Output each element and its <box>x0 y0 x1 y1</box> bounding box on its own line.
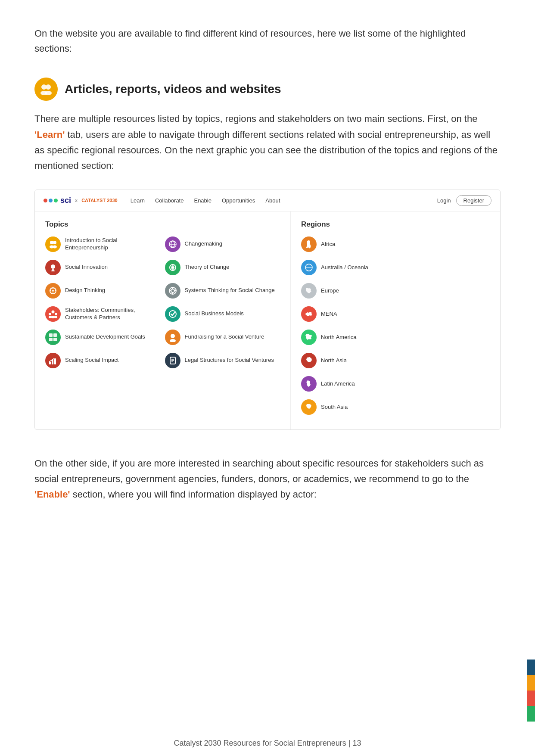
svg-point-38 <box>171 289 174 292</box>
topic-item[interactable]: Scaling Social Impact <box>45 351 161 370</box>
svg-point-17 <box>52 310 55 313</box>
topic-icon-social-innovation <box>45 260 61 275</box>
svg-point-36 <box>171 266 174 268</box>
svg-point-19 <box>55 313 57 315</box>
region-item-latin-america[interactable]: Latin America <box>301 374 490 393</box>
topic-icon-sdg <box>45 330 61 345</box>
svg-point-45 <box>170 339 176 342</box>
svg-point-5 <box>53 241 56 244</box>
topic-text: Sustainable Development Goals <box>65 333 145 341</box>
topics-right-col: Changemaking Theory of Cha <box>165 235 280 374</box>
svg-point-44 <box>171 334 175 338</box>
region-icon-north-asia <box>301 353 317 368</box>
topic-text: Legal Structures for Social Ventures <box>185 357 274 364</box>
topic-icon-intro <box>45 236 61 252</box>
nav-link-opportunities[interactable]: Opportunities <box>222 197 255 204</box>
nav-link-about[interactable]: About <box>265 197 280 204</box>
nav-link-learn[interactable]: Learn <box>131 197 145 204</box>
svg-point-4 <box>50 241 53 244</box>
topic-text: Changemaking <box>185 240 222 248</box>
side-bar-green <box>527 706 535 722</box>
region-text: North America <box>321 334 356 340</box>
region-text: MENA <box>321 311 337 317</box>
enable-highlight: 'Enable' <box>34 489 70 500</box>
topic-text: Stakeholders: Communities, Customers & P… <box>65 307 161 321</box>
regions-label: Regions <box>301 220 490 229</box>
svg-point-12 <box>52 290 54 292</box>
topic-item[interactable]: Systems Thinking for Social Change <box>165 281 280 300</box>
region-text: South Asia <box>321 404 348 410</box>
catalyst-logo: CATALYST 2030 <box>81 198 118 203</box>
svg-point-21 <box>49 316 51 318</box>
nav-link-collaborate[interactable]: Collaborate <box>155 197 184 204</box>
section-header: Articles, reports, videos and websites <box>34 78 501 101</box>
sci-text: sci <box>60 196 71 205</box>
topic-item[interactable]: Theory of Change <box>165 258 280 277</box>
region-icon-latin-america <box>301 376 317 392</box>
x-separator: x <box>75 198 78 203</box>
region-item-south-asia[interactable]: South Asia <box>301 398 490 417</box>
side-bar-red <box>527 691 535 706</box>
topic-text: Introduction to Social Entrepreneurship <box>65 237 161 252</box>
topic-item[interactable]: Changemaking <box>165 235 280 254</box>
footer-text: Catalyst 2030 Resources for Social Entre… <box>174 739 361 748</box>
region-item-europe[interactable]: Europe <box>301 281 490 300</box>
topic-item[interactable]: Legal Structures for Social Ventures <box>165 351 280 370</box>
desc-part1: There are multiple resources listed by t… <box>34 113 477 124</box>
topic-text: Systems Thinking for Social Change <box>185 287 275 294</box>
region-icon-mena <box>301 306 317 322</box>
section-title: Articles, reports, videos and websites <box>65 82 281 96</box>
learn-highlight: 'Learn' <box>34 129 65 140</box>
nav-login-button[interactable]: Login <box>437 197 451 204</box>
svg-rect-29 <box>54 358 56 364</box>
section-description: There are multiple resources listed by t… <box>34 111 501 174</box>
svg-point-1 <box>46 84 51 90</box>
svg-rect-9 <box>52 269 54 271</box>
topics-label: Topics <box>45 220 280 229</box>
topic-text: Social Business Models <box>185 310 244 317</box>
nav-register-button[interactable]: Register <box>456 195 491 206</box>
svg-rect-27 <box>49 362 51 364</box>
topic-item[interactable]: Design Thinking <box>45 281 161 300</box>
topic-icon-changemaking <box>165 236 180 252</box>
bottom-paragraph: On the other side, if you are more inter… <box>34 456 501 503</box>
region-text: Africa <box>321 241 335 247</box>
topics-section: Topics <box>35 212 291 429</box>
sci-logo <box>44 199 58 202</box>
topic-item[interactable]: Fundraising for a Social Venture <box>165 328 280 347</box>
topics-left-col: Introduction to Social Entrepreneurship <box>45 235 161 374</box>
topic-text: Theory of Change <box>185 264 230 271</box>
topic-icon-stakeholders <box>45 306 61 322</box>
bottom-part1: On the other side, if you are more inter… <box>34 458 484 484</box>
svg-rect-26 <box>53 338 57 341</box>
topic-item[interactable]: Social Innovation <box>45 258 161 277</box>
nav-link-enable[interactable]: Enable <box>194 197 211 204</box>
side-bar-yellow <box>527 675 535 691</box>
topic-item[interactable]: Stakeholders: Communities, Customers & P… <box>45 305 161 324</box>
svg-rect-10 <box>51 271 55 271</box>
region-icon-australia <box>301 260 317 275</box>
side-bars <box>527 660 535 722</box>
section-header-icon <box>34 78 58 101</box>
svg-rect-28 <box>52 360 53 364</box>
topic-icon-legal <box>165 353 180 368</box>
nav-links: Learn Collaborate Enable Opportunities A… <box>131 197 429 204</box>
region-item-north-america[interactable]: North America <box>301 328 490 347</box>
region-icon-europe <box>301 283 317 299</box>
sci-dot-red <box>44 199 47 202</box>
topic-icon-systems-thinking <box>165 283 180 299</box>
website-mockup: sci x CATALYST 2030 Learn Collaborate En… <box>34 190 501 430</box>
region-item-north-asia[interactable]: North Asia <box>301 351 490 370</box>
topic-icon-social-business <box>165 306 180 322</box>
footer: Catalyst 2030 Resources for Social Entre… <box>0 730 535 756</box>
topic-item[interactable]: Sustainable Development Goals <box>45 328 161 347</box>
topic-item[interactable]: Introduction to Social Entrepreneurship <box>45 235 161 254</box>
nav-actions: Login Register <box>437 195 491 206</box>
region-item-africa[interactable]: Africa <box>301 235 490 254</box>
region-item-mena[interactable]: MENA <box>301 305 490 324</box>
region-item-australia[interactable]: Australia / Oceania <box>301 258 490 277</box>
topic-item[interactable]: Social Business Models <box>165 305 280 324</box>
mockup-navbar: sci x CATALYST 2030 Learn Collaborate En… <box>35 190 500 212</box>
topics-grid: Introduction to Social Entrepreneurship <box>45 235 280 374</box>
nav-logo: sci x CATALYST 2030 <box>44 196 118 205</box>
